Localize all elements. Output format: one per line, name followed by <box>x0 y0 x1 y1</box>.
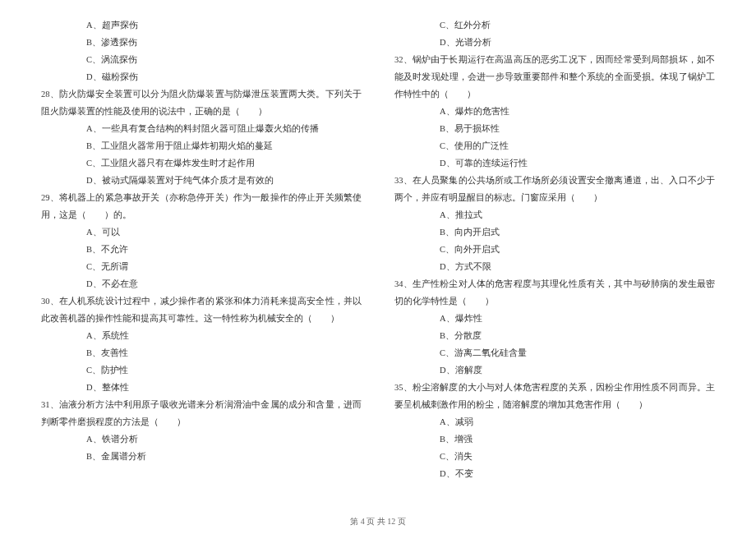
q34-option-c: C、游离二氧化硅含量 <box>394 344 715 361</box>
q30-option-a: A、系统性 <box>41 327 362 344</box>
q34-option-d: D、溶解度 <box>394 361 715 379</box>
q27-option-a: A、超声探伤 <box>41 16 362 34</box>
q28-option-a: A、一些具有复合结构的料封阻火器可阻止爆轰火焰的传播 <box>41 120 362 137</box>
q31-text: 31、油液分析方法中利用原子吸收光谱来分析润滑油中金属的成分和含量，进而判断零件… <box>41 396 362 430</box>
q33-option-a: A、推拉式 <box>394 206 715 223</box>
q28-option-b: B、工业阻火器常用于阻止爆炸初期火焰的蔓延 <box>41 137 362 154</box>
q32-option-d: D、可靠的连续运行性 <box>394 154 715 172</box>
q28-text: 28、防火防爆安全装置可以分为阻火防爆装置与防爆泄压装置两大类。下列关于阻火防爆… <box>41 85 362 120</box>
q28-option-c: C、工业阻火器只有在爆炸发生时才起作用 <box>41 154 362 172</box>
q35-option-c: C、消失 <box>394 448 715 465</box>
q31-option-d: D、光谱分析 <box>394 34 715 51</box>
q34-option-a: A、爆炸性 <box>394 310 715 327</box>
q32-text: 32、锅炉由于长期运行在高温高压的恶劣工况下，因而经常受到局部损坏，如不能及时发… <box>394 51 715 103</box>
q29-option-d: D、不必在意 <box>41 275 362 292</box>
q30-text: 30、在人机系统设计过程中，减少操作者的紧张和体力消耗来提高安全性，并以此改善机… <box>41 292 362 327</box>
q28-option-d: D、被动式隔爆装置对于纯气体介质才是有效的 <box>41 172 362 189</box>
q29-option-a: A、可以 <box>41 223 362 241</box>
q34-text: 34、生产性粉尘对人体的危害程度与其理化性质有关，其中与矽肺病的发生最密切的化学… <box>394 275 715 310</box>
q33-option-b: B、向内开启式 <box>394 223 715 241</box>
page-footer: 第 4 页 共 12 页 <box>0 516 756 527</box>
q30-option-c: C、防护性 <box>41 361 362 379</box>
right-column: C、红外分析 D、光谱分析 32、锅炉由于长期运行在高温高压的恶劣工况下，因而经… <box>378 16 723 485</box>
q29-option-b: B、不允许 <box>41 241 362 258</box>
q29-text: 29、将机器上的紧急事故开关（亦称急停开关）作为一般操作的停止开关频繁使用，这是… <box>41 189 362 223</box>
q30-option-b: B、友善性 <box>41 344 362 361</box>
q27-option-d: D、磁粉探伤 <box>41 68 362 85</box>
q33-text: 33、在人员聚集的公共场所或工作场所必须设置安全撤离通道，出、入口不少于两个，并… <box>394 172 715 206</box>
page-content: A、超声探伤 B、渗透探伤 C、涡流探伤 D、磁粉探伤 28、防火防爆安全装置可… <box>0 0 756 509</box>
q31-option-b: B、金属谱分析 <box>41 448 362 465</box>
q31-option-c: C、红外分析 <box>394 16 715 34</box>
q35-text: 35、粉尘溶解度的大小与对人体危害程度的关系，因粉尘作用性质不同而异。主要呈机械… <box>394 379 715 413</box>
q33-option-c: C、向外开启式 <box>394 241 715 258</box>
q30-option-d: D、整体性 <box>41 379 362 396</box>
q27-option-c: C、涡流探伤 <box>41 51 362 68</box>
q35-option-d: D、不变 <box>394 465 715 482</box>
q35-option-a: A、减弱 <box>394 413 715 430</box>
q32-option-c: C、使用的广泛性 <box>394 137 715 154</box>
q32-option-b: B、易于损坏性 <box>394 120 715 137</box>
q29-option-c: C、无所谓 <box>41 258 362 275</box>
q34-option-b: B、分散度 <box>394 327 715 344</box>
left-column: A、超声探伤 B、渗透探伤 C、涡流探伤 D、磁粉探伤 28、防火防爆安全装置可… <box>33 16 378 485</box>
q35-option-b: B、增强 <box>394 430 715 448</box>
q27-option-b: B、渗透探伤 <box>41 34 362 51</box>
q31-option-a: A、铁谱分析 <box>41 430 362 448</box>
q32-option-a: A、爆炸的危害性 <box>394 103 715 120</box>
q33-option-d: D、方式不限 <box>394 258 715 275</box>
